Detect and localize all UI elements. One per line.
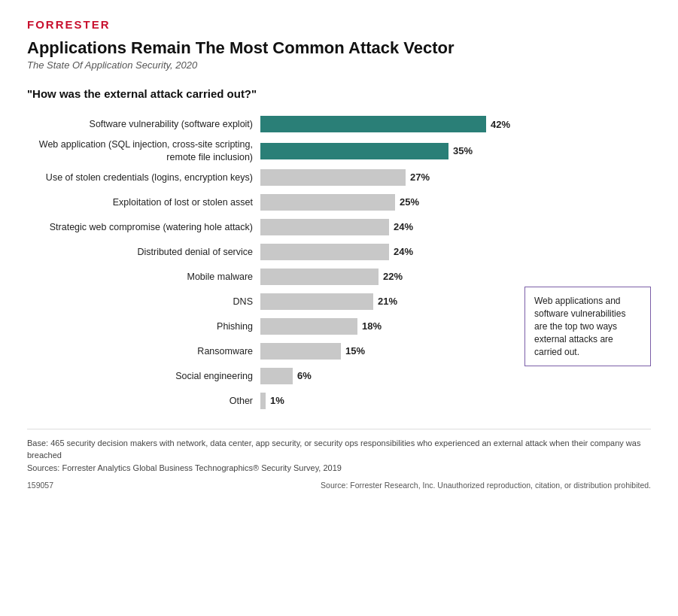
bar-container: 25% bbox=[260, 194, 651, 211]
bar-value: 22% bbox=[383, 271, 403, 282]
chart-row: Distributed denial of service24% bbox=[27, 241, 651, 262]
doc-id: 159057 bbox=[27, 480, 53, 492]
callout-box: Web applications and software vulnerabil… bbox=[524, 287, 651, 366]
bar-value: 21% bbox=[378, 296, 397, 307]
bar-value: 27% bbox=[410, 171, 430, 183]
subtitle: The State Of Application Security, 2020 bbox=[27, 59, 651, 71]
bar-container: 1% bbox=[260, 393, 651, 409]
bar-label: Mobile malware bbox=[27, 271, 260, 283]
bar-label: Web application (SQL injection, cross-si… bbox=[27, 138, 260, 163]
bar-label: Other bbox=[27, 395, 260, 407]
bar-fill bbox=[260, 219, 389, 235]
chart-question: "How was the external attack carried out… bbox=[27, 87, 651, 100]
bar-label: Strategic web compromise (watering hole … bbox=[27, 221, 260, 233]
bar-container: 24% bbox=[260, 219, 651, 235]
chart-row: Web application (SQL injection, cross-si… bbox=[27, 138, 651, 163]
bar-fill bbox=[260, 343, 341, 360]
bar-container: 24% bbox=[260, 244, 651, 260]
bar-fill bbox=[260, 116, 486, 132]
bar-label: Distributed denial of service bbox=[27, 246, 260, 258]
bar-value: 18% bbox=[362, 320, 382, 332]
source-line: Source: Forrester Research, Inc. Unautho… bbox=[321, 480, 651, 492]
bar-label: Exploitation of lost or stolen asset bbox=[27, 196, 260, 208]
bar-value: 15% bbox=[345, 345, 365, 357]
chart-row: Software vulnerability (software exploit… bbox=[27, 114, 651, 135]
bar-value: 24% bbox=[394, 246, 413, 257]
bar-label: Social engineering bbox=[27, 370, 260, 382]
chart-row: Social engineering6% bbox=[27, 366, 651, 387]
bar-label: Use of stolen credentials (logins, encry… bbox=[27, 171, 260, 184]
bar-value: 42% bbox=[491, 119, 510, 130]
bar-fill bbox=[260, 393, 266, 409]
bar-value: 6% bbox=[297, 370, 312, 381]
bar-fill bbox=[260, 368, 293, 384]
bar-fill bbox=[260, 169, 406, 186]
bar-value: 35% bbox=[453, 145, 473, 156]
bar-fill bbox=[260, 318, 357, 335]
bar-fill bbox=[260, 293, 373, 310]
bar-value: 24% bbox=[394, 221, 413, 232]
bar-label: Phishing bbox=[27, 320, 260, 332]
chart-row: Mobile malware22% bbox=[27, 266, 651, 287]
bar-value: 1% bbox=[270, 395, 284, 406]
bar-container: 6% bbox=[260, 368, 651, 384]
bar-fill bbox=[260, 244, 389, 260]
forrester-logo: FORRESTER bbox=[27, 18, 651, 31]
bar-fill bbox=[260, 143, 448, 159]
chart-row: Use of stolen credentials (logins, encry… bbox=[27, 167, 651, 188]
bar-container: 35% bbox=[260, 143, 651, 159]
page-title: Applications Remain The Most Common Atta… bbox=[27, 38, 651, 58]
footer-notes: Base: 465 security decision makers with … bbox=[27, 429, 651, 492]
bar-fill bbox=[260, 269, 379, 285]
bar-container: 42% bbox=[260, 116, 651, 132]
chart-row: Other1% bbox=[27, 390, 651, 411]
chart-row: Strategic web compromise (watering hole … bbox=[27, 217, 651, 238]
bar-container: 27% bbox=[260, 169, 651, 186]
chart-row: Exploitation of lost or stolen asset25% bbox=[27, 192, 651, 213]
bar-container: 22% bbox=[260, 269, 651, 285]
bar-fill bbox=[260, 194, 395, 211]
bar-label: Ransomware bbox=[27, 345, 260, 357]
bar-value: 25% bbox=[400, 196, 419, 208]
bar-label: Software vulnerability (software exploit… bbox=[27, 118, 260, 130]
chart-area: Software vulnerability (software exploit… bbox=[27, 114, 651, 415]
bar-label: DNS bbox=[27, 296, 260, 308]
